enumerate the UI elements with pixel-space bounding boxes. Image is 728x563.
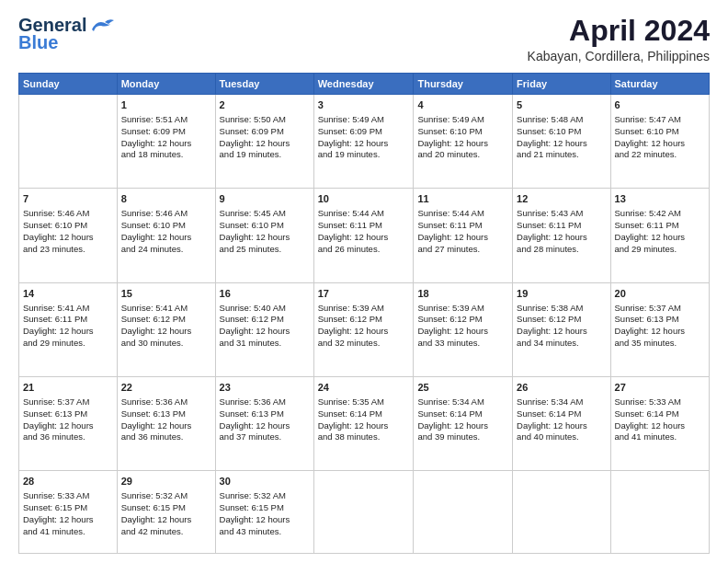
calendar-cell: 21Sunrise: 5:37 AMSunset: 6:13 PMDayligh…: [19, 377, 118, 471]
cell-content-line: and 42 minutes.: [121, 526, 211, 538]
cell-content-line: Daylight: 12 hours: [615, 232, 705, 244]
calendar-week-row: 21Sunrise: 5:37 AMSunset: 6:13 PMDayligh…: [19, 377, 710, 471]
calendar-cell: 18Sunrise: 5:39 AMSunset: 6:12 PMDayligh…: [414, 282, 513, 376]
cell-content-line: Sunrise: 5:50 AM: [220, 114, 310, 126]
calendar-cell: [414, 471, 513, 554]
cell-content-line: and 32 minutes.: [318, 338, 410, 350]
cell-content-line: and 26 minutes.: [318, 244, 410, 256]
cell-content-line: Daylight: 12 hours: [23, 420, 113, 432]
title-area: April 2024 Kabayan, Cordillera, Philippi…: [528, 15, 710, 63]
day-number: 30: [220, 475, 310, 488]
day-number: 15: [121, 287, 211, 301]
cell-content-line: Sunset: 6:10 PM: [615, 126, 705, 138]
cell-content-line: Daylight: 12 hours: [220, 326, 310, 338]
cell-content-line: and 39 minutes.: [417, 431, 508, 443]
cell-content-line: Sunrise: 5:37 AM: [23, 396, 113, 408]
calendar-cell: 8Sunrise: 5:46 AMSunset: 6:10 PMDaylight…: [117, 189, 215, 282]
cell-content-line: Daylight: 12 hours: [220, 420, 310, 432]
cell-content-line: Daylight: 12 hours: [23, 232, 113, 244]
cell-content-line: Sunset: 6:14 PM: [517, 408, 606, 420]
calendar-cell: 6Sunrise: 5:47 AMSunset: 6:10 PMDaylight…: [610, 95, 709, 189]
month-title: April 2024: [528, 15, 710, 47]
cell-content-line: Daylight: 12 hours: [517, 232, 606, 244]
cell-content-line: Daylight: 12 hours: [220, 232, 310, 244]
calendar-cell: 17Sunrise: 5:39 AMSunset: 6:12 PMDayligh…: [313, 282, 414, 376]
calendar-week-row: 14Sunrise: 5:41 AMSunset: 6:11 PMDayligh…: [19, 282, 710, 376]
cell-content-line: Sunrise: 5:46 AM: [121, 208, 211, 220]
day-number: 10: [318, 192, 410, 206]
calendar-cell: 10Sunrise: 5:44 AMSunset: 6:11 PMDayligh…: [313, 189, 414, 282]
calendar-cell: [610, 471, 709, 554]
calendar-cell: 27Sunrise: 5:33 AMSunset: 6:14 PMDayligh…: [610, 377, 709, 471]
cell-content-line: Sunrise: 5:32 AM: [220, 490, 310, 502]
calendar-week-row: 1Sunrise: 5:51 AMSunset: 6:09 PMDaylight…: [19, 95, 710, 189]
cell-content-line: and 30 minutes.: [121, 338, 211, 350]
cell-content-line: and 28 minutes.: [517, 244, 606, 256]
calendar-week-row: 7Sunrise: 5:46 AMSunset: 6:10 PMDaylight…: [19, 189, 710, 282]
day-number: 29: [121, 475, 211, 488]
header: General Blue April 2024 Kabayan, Cordill…: [18, 15, 710, 63]
calendar-cell: 13Sunrise: 5:42 AMSunset: 6:11 PMDayligh…: [610, 189, 709, 282]
cell-content-line: and 36 minutes.: [23, 431, 113, 443]
cell-content-line: and 31 minutes.: [220, 338, 310, 350]
cell-content-line: and 18 minutes.: [121, 149, 211, 161]
cell-content-line: and 29 minutes.: [615, 244, 705, 256]
header-sunday: Sunday: [19, 74, 118, 95]
cell-content-line: Sunset: 6:11 PM: [615, 220, 705, 232]
calendar-cell: 15Sunrise: 5:41 AMSunset: 6:12 PMDayligh…: [117, 282, 215, 376]
cell-content-line: and 20 minutes.: [417, 149, 508, 161]
header-friday: Friday: [513, 74, 610, 95]
cell-content-line: and 27 minutes.: [417, 244, 508, 256]
calendar-cell: 19Sunrise: 5:38 AMSunset: 6:12 PMDayligh…: [513, 282, 610, 376]
day-number: 3: [318, 98, 410, 112]
day-number: 5: [517, 98, 606, 112]
cell-content-line: Sunrise: 5:41 AM: [23, 303, 113, 315]
cell-content-line: Sunrise: 5:44 AM: [417, 208, 508, 220]
cell-content-line: Sunset: 6:10 PM: [23, 220, 113, 232]
calendar-cell: 12Sunrise: 5:43 AMSunset: 6:11 PMDayligh…: [513, 189, 610, 282]
cell-content-line: Sunset: 6:13 PM: [220, 408, 310, 420]
cell-content-line: and 36 minutes.: [121, 431, 211, 443]
day-number: 6: [615, 98, 705, 112]
logo-blue: Blue: [18, 32, 58, 53]
day-number: 14: [23, 287, 113, 301]
cell-content-line: Sunset: 6:11 PM: [318, 220, 410, 232]
calendar-cell: 22Sunrise: 5:36 AMSunset: 6:13 PMDayligh…: [117, 377, 215, 471]
cell-content-line: Sunrise: 5:39 AM: [318, 303, 410, 315]
calendar-cell: 9Sunrise: 5:45 AMSunset: 6:10 PMDaylight…: [215, 189, 313, 282]
cell-content-line: Sunrise: 5:47 AM: [615, 114, 705, 126]
day-number: 7: [23, 192, 113, 206]
cell-content-line: Daylight: 12 hours: [417, 326, 508, 338]
cell-content-line: Sunrise: 5:32 AM: [121, 490, 211, 502]
calendar-cell: [513, 471, 610, 554]
day-number: 20: [615, 287, 705, 301]
cell-content-line: and 21 minutes.: [517, 149, 606, 161]
cell-content-line: Sunset: 6:12 PM: [417, 314, 508, 326]
cell-content-line: Sunrise: 5:45 AM: [220, 208, 310, 220]
cell-content-line: Sunset: 6:12 PM: [220, 314, 310, 326]
header-saturday: Saturday: [610, 74, 709, 95]
cell-content-line: Sunset: 6:14 PM: [318, 408, 410, 420]
cell-content-line: Daylight: 12 hours: [318, 326, 410, 338]
calendar-cell: 1Sunrise: 5:51 AMSunset: 6:09 PMDaylight…: [117, 95, 215, 189]
day-number: 16: [220, 287, 310, 301]
calendar-cell: 24Sunrise: 5:35 AMSunset: 6:14 PMDayligh…: [313, 377, 414, 471]
cell-content-line: and 34 minutes.: [517, 338, 606, 350]
day-number: 9: [220, 192, 310, 206]
cell-content-line: and 41 minutes.: [615, 431, 705, 443]
cell-content-line: Sunset: 6:11 PM: [417, 220, 508, 232]
header-monday: Monday: [117, 74, 215, 95]
day-number: 24: [318, 381, 410, 395]
location: Kabayan, Cordillera, Philippines: [528, 49, 710, 63]
logo-bird-icon: [88, 17, 114, 33]
cell-content-line: Sunset: 6:15 PM: [121, 502, 211, 514]
cell-content-line: and 19 minutes.: [318, 149, 410, 161]
cell-content-line: Sunrise: 5:51 AM: [121, 114, 211, 126]
day-number: 2: [220, 98, 310, 112]
cell-content-line: Sunset: 6:12 PM: [517, 314, 606, 326]
header-wednesday: Wednesday: [313, 74, 414, 95]
cell-content-line: and 19 minutes.: [220, 149, 310, 161]
calendar-cell: 23Sunrise: 5:36 AMSunset: 6:13 PMDayligh…: [215, 377, 313, 471]
cell-content-line: Sunset: 6:10 PM: [517, 126, 606, 138]
cell-content-line: Daylight: 12 hours: [318, 138, 410, 150]
